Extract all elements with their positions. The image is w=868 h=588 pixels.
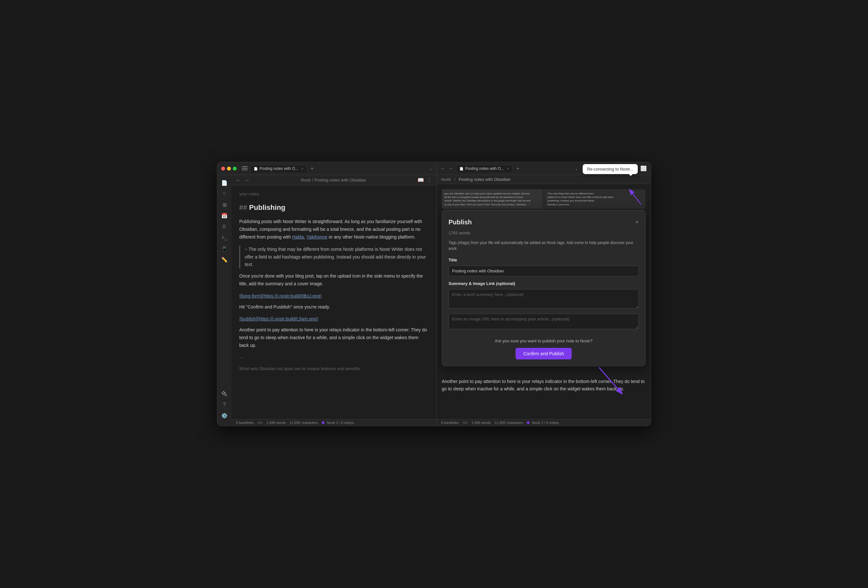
paragraph-3: Another point to pay attention to here i… <box>239 326 428 349</box>
paragraph-2: Once you're done with your blog post, ta… <box>239 273 428 288</box>
characters-status: 11,892 characters <box>289 421 318 424</box>
tags-info: Tags (#tags) from your file will automat… <box>449 240 639 252</box>
right-breadcrumb-page: Posting notes with Obsidian <box>459 177 511 182</box>
right-statusbar: 0 backlinks </> 1,946 words 11,892 chara… <box>437 419 651 426</box>
tab-file-icon: 📄 <box>254 167 258 171</box>
sidebar-plugin-icon[interactable]: 🔌 <box>219 389 230 399</box>
sidebar-new-file-icon[interactable]: 📄 <box>219 178 230 188</box>
confirm-publish-button[interactable]: Confirm and Publish <box>515 348 572 360</box>
modal-close-button[interactable]: × <box>635 217 639 227</box>
preview-thumbnails: you use Obsidian sync to keep your notes… <box>442 189 645 209</box>
close-button[interactable] <box>221 167 225 171</box>
toolbar-right: 📖 ⋮ <box>418 177 432 183</box>
right-tab-chevron[interactable]: ⌄ <box>575 167 578 171</box>
left-statusbar: 0 backlinks </> 1,946 words 11,892 chara… <box>232 419 436 426</box>
right-characters-status: 11,892 characters <box>495 421 523 424</box>
faded-top-text: your notes. <box>239 190 428 197</box>
publish-modal: Publish × 1762 words Tags (#tags) from y… <box>442 210 645 366</box>
breadcrumb: Nostr / Posting notes with Obsidian <box>253 178 414 183</box>
blockquote: The only thing that may be different fro… <box>239 246 428 268</box>
right-words-status: 1,946 words <box>471 421 491 424</box>
habla-link[interactable]: Habla <box>292 234 304 240</box>
confirm-text-left: Hit "Confirm and Pusblish" once you're r… <box>239 304 428 311</box>
content-below-text: Another point to pay attention to here i… <box>442 378 645 393</box>
right-split-icon[interactable]: ⬜ <box>641 165 647 171</box>
preview-thumb-right: The only thing that may be different fro… <box>545 189 645 209</box>
sidebar-git-icon[interactable]: ⑂ <box>219 189 230 199</box>
left-sidebar: 📄 ⑂ ⊞ 📅 ⎘ >_ 📱 ✏️ 🔌 ? ⚙️ <box>217 175 232 426</box>
paragraph-1: Publishing posts with Nostr Writer is st… <box>239 218 428 241</box>
left-editor-area: 📄 ⑂ ⊞ 📅 ⎘ >_ 📱 ✏️ 🔌 ? ⚙️ ← → <box>217 175 436 426</box>
right-nav-back-icon[interactable]: ← <box>440 166 446 171</box>
left-titlebar: 📄 Posting notes with O... × + ⌄ <box>217 162 436 175</box>
sidebar-terminal-icon[interactable]: >_ <box>219 233 230 243</box>
word-count: 1762 words <box>449 230 639 237</box>
left-tab-chevron[interactable]: ⌄ <box>429 167 433 171</box>
right-tab-label: Posting notes with O... <box>465 167 504 171</box>
right-relay-dot <box>527 421 530 424</box>
nostr-status: Nostr 2 / 6 relays. <box>322 421 354 424</box>
breadcrumb-root: Nostr <box>301 178 311 183</box>
traffic-lights <box>221 167 237 171</box>
minimize-button[interactable] <box>227 167 231 171</box>
image-link-1[interactable]: ![long-form](https://i.nostr.build/0BxJ.… <box>239 292 428 300</box>
divider: --- <box>239 354 428 362</box>
nav-forward-icon[interactable]: → <box>244 177 249 183</box>
sidebar-edit-icon[interactable]: ✏️ <box>219 254 230 265</box>
image-url-textarea[interactable] <box>449 314 639 329</box>
editor-content[interactable]: your notes. ## Publishing Publishing pos… <box>232 186 436 419</box>
sidebar-toggle-icon[interactable] <box>242 167 248 171</box>
right-breadcrumb-root: Nostr <box>441 177 451 182</box>
sidebar-help-icon[interactable]: ? <box>219 399 230 410</box>
maximize-button[interactable] <box>233 167 237 171</box>
svg-line-0 <box>630 190 641 204</box>
preview-thumb-left: you use Obsidian sync to keep your notes… <box>442 189 542 209</box>
image-link-2[interactable]: ![publish](https://i.nostr.build/L9am.pn… <box>239 315 428 323</box>
right-editor-toolbar: Nostr / Posting notes with Obsidian <box>437 175 651 184</box>
summary-field-label: Summary & Image Link (optional) <box>449 280 639 287</box>
modal-title: Publish <box>449 217 472 228</box>
title-field-label: Title <box>449 256 639 264</box>
right-editor-area: Nostr / Posting notes with Obsidian you … <box>437 175 651 426</box>
left-tab-add[interactable]: + <box>308 165 316 172</box>
right-backlinks-status: 0 backlinks <box>441 421 459 424</box>
title-field-input[interactable] <box>449 266 639 276</box>
left-tab[interactable]: 📄 Posting notes with O... × <box>250 165 307 172</box>
words-status: 1,946 words <box>266 421 286 424</box>
sidebar-copy-icon[interactable]: ⎘ <box>219 221 230 232</box>
backlinks-status: 0 backlinks <box>236 421 254 424</box>
left-editor-toolbar: ← → Nostr / Posting notes with Obsidian … <box>232 175 436 186</box>
sidebar-settings-icon[interactable]: ⚙️ <box>219 410 230 421</box>
right-nostr-status: Nostr 2 / 6 relays. <box>527 421 559 424</box>
right-tab-close[interactable]: × <box>507 167 509 171</box>
sidebar-bottom: 🔌 ? ⚙️ <box>219 389 230 423</box>
confirm-question: Are you sure you want to publish your no… <box>449 337 639 345</box>
more-options-icon[interactable]: ⋮ <box>427 177 432 183</box>
modal-header: Publish × <box>449 217 639 228</box>
tab-bar: 📄 Posting notes with O... × + ⌄ <box>250 165 433 172</box>
sidebar-phone-icon[interactable]: 📱 <box>219 243 230 254</box>
right-tab-file-icon: 📄 <box>459 167 464 171</box>
publishing-heading: ## Publishing <box>239 202 428 214</box>
right-tab-add[interactable]: + <box>514 165 522 172</box>
right-code-status: </> <box>462 421 468 424</box>
left-tab-close[interactable]: × <box>301 167 303 171</box>
faded-bottom-text: What sets Obsidian.md apart are its uniq… <box>239 365 428 372</box>
breadcrumb-page: Posting notes with Obsidian <box>314 178 366 183</box>
right-breadcrumb-sep: / <box>454 177 456 182</box>
sidebar-calendar-icon[interactable]: 📅 <box>219 211 230 221</box>
right-content[interactable]: you use Obsidian sync to keep your notes… <box>437 184 651 419</box>
code-status: </> <box>257 421 263 424</box>
sidebar-grid-icon[interactable]: ⊞ <box>219 199 230 210</box>
relay-dot <box>322 421 324 424</box>
summary-textarea[interactable] <box>449 289 639 308</box>
right-nav-forward-icon[interactable]: → <box>448 166 453 171</box>
nav-back-icon[interactable]: ← <box>236 177 241 183</box>
yakihonne-link[interactable]: Yakihonne <box>306 234 327 240</box>
right-tab[interactable]: 📄 Posting notes with O... × <box>456 165 513 172</box>
reconnect-tooltip: Re-connecting to Nostr... <box>583 164 638 174</box>
read-mode-icon[interactable]: 📖 <box>418 177 424 183</box>
left-tab-label: Posting notes with O... <box>260 167 298 171</box>
